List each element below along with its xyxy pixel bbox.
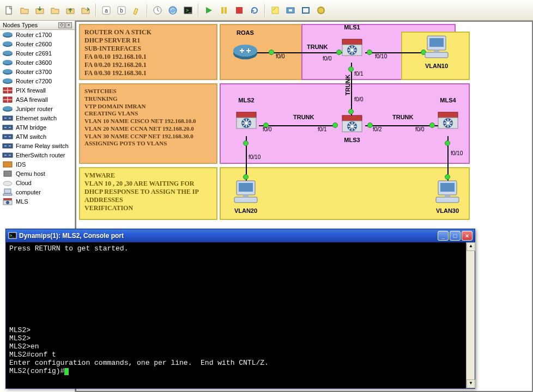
console-title-bar[interactable]: >_ Dynamips(1): MLS2, Console port _ □ × xyxy=(6,229,475,242)
svg-rect-9 xyxy=(221,7,223,14)
port-label: f0/1 xyxy=(354,71,364,77)
port-label: f0/2 xyxy=(373,126,382,132)
sidebar-title-text: Nodes Types xyxy=(3,22,38,28)
console-close-button[interactable]: × xyxy=(462,231,473,241)
node-item-router-c7200[interactable]: Router c7200 xyxy=(0,76,75,85)
link-endpoint xyxy=(269,50,274,55)
node-item-router-c1700[interactable]: Router c1700 xyxy=(0,30,75,39)
screenshot-button[interactable] xyxy=(283,3,298,17)
node-label: Frame Relay switch xyxy=(16,143,69,149)
svg-rect-15 xyxy=(302,8,309,13)
node-item-router-c3600[interactable]: Router c3600 xyxy=(0,58,75,67)
highlight-button[interactable] xyxy=(130,3,144,17)
svg-rect-52 xyxy=(342,39,362,45)
device-vlan20[interactable]: VLAN20 xyxy=(232,180,259,215)
node-item-atm-switch[interactable]: ATM switch xyxy=(0,132,75,141)
node-item-pix-firewall[interactable]: PIX firewall xyxy=(0,85,75,95)
sidebar-undock-button[interactable]: ◇ xyxy=(58,22,65,28)
device-vlan10[interactable]: VLAN10 xyxy=(423,35,450,70)
sidebar-close-button[interactable]: × xyxy=(65,22,72,28)
node-label: PIX firewall xyxy=(16,87,46,94)
device-mls3[interactable]: MLS3 xyxy=(339,108,365,144)
router-icon xyxy=(2,59,14,66)
node-label: EtherSwitch router xyxy=(16,152,65,158)
circle-tool-button[interactable] xyxy=(314,3,328,17)
node-label: Router c2691 xyxy=(16,50,52,57)
node-item-router-c3700[interactable]: Router c3700 xyxy=(0,67,75,76)
node-item-qemu-host[interactable]: Qemu host xyxy=(0,169,75,178)
new-file-button[interactable] xyxy=(2,3,16,17)
node-label: computer xyxy=(16,189,41,195)
reload-button[interactable] xyxy=(247,3,262,17)
folder-button[interactable] xyxy=(48,3,62,17)
svg-rect-58 xyxy=(434,50,439,52)
device-label: MLS4 xyxy=(435,97,461,103)
save-button[interactable] xyxy=(63,3,77,17)
node-item-asa-firewall[interactable]: ASA firewall xyxy=(0,95,75,104)
svg-rect-40 xyxy=(3,144,13,148)
device-mls2[interactable]: MLS2 xyxy=(233,97,259,132)
node-item-frame-relay-switch[interactable]: Frame Relay switch xyxy=(0,141,75,150)
console-maximize-button[interactable]: □ xyxy=(450,231,461,241)
console-scrollbar[interactable]: ▲ ▼ xyxy=(466,242,475,388)
svg-rect-12 xyxy=(272,7,278,14)
console-window[interactable]: >_ Dynamips(1): MLS2, Console port _ □ ×… xyxy=(5,229,475,389)
port-label: f0/10 xyxy=(375,53,387,59)
svg-text:b: b xyxy=(120,8,123,14)
note-tool-button[interactable] xyxy=(268,3,282,17)
node-item-ids[interactable]: IDS xyxy=(0,160,75,169)
switch-icon xyxy=(2,151,14,159)
clock-button[interactable] xyxy=(150,3,165,17)
snapshot-a-button[interactable]: a xyxy=(99,3,113,17)
import-button[interactable] xyxy=(33,3,47,17)
svg-rect-73 xyxy=(440,183,455,192)
device-roas[interactable]: ROAS xyxy=(232,29,258,64)
cloud-icon xyxy=(2,179,14,187)
node-item-computer[interactable]: computer xyxy=(0,187,75,197)
note-vmware: VMWAREVLAN 10 , 20 ,30 ARE WAITING FORDH… xyxy=(79,167,217,220)
device-label: VLAN30 xyxy=(434,207,461,214)
device-label: MLS1 xyxy=(339,24,365,30)
console-minimize-button[interactable]: _ xyxy=(438,231,449,241)
svg-rect-37 xyxy=(3,116,13,120)
svg-rect-0 xyxy=(6,7,11,14)
link-endpoint xyxy=(367,122,373,128)
node-item-router-c2600[interactable]: Router c2600 xyxy=(0,39,75,48)
port-label: f0/0 xyxy=(263,126,272,132)
node-item-atm-bridge[interactable]: ATM bridge xyxy=(0,122,75,132)
link-endpoint xyxy=(429,122,435,128)
pause-button[interactable] xyxy=(217,3,231,17)
node-item-etherswitch-router[interactable]: EtherSwitch router xyxy=(0,150,75,160)
rectangle-tool-button[interactable] xyxy=(299,3,313,17)
pc-icon xyxy=(232,180,259,205)
snapshot-b-button[interactable]: b xyxy=(114,3,129,17)
scroll-down-button[interactable]: ▼ xyxy=(467,379,475,388)
console-output[interactable]: Press RETURN to get started. MLS2> MLS2>… xyxy=(6,242,466,388)
open-button[interactable] xyxy=(17,3,32,17)
link-endpoint xyxy=(445,140,450,146)
node-label: ATM switch xyxy=(16,133,46,140)
play-button[interactable] xyxy=(202,3,216,17)
device-mls4[interactable]: MLS4 xyxy=(435,97,461,132)
svg-rect-56 xyxy=(429,38,444,47)
toolbar-separator xyxy=(264,4,265,17)
svg-point-6 xyxy=(169,7,177,14)
node-item-ethernet-switch[interactable]: Ethernet switch xyxy=(0,113,75,122)
pc-icon xyxy=(423,35,450,60)
node-item-mls[interactable]: MLS xyxy=(0,197,75,206)
network-refresh-button[interactable] xyxy=(166,3,180,17)
node-item-juniper-router[interactable]: Juniper router xyxy=(0,104,75,113)
link-endpoint xyxy=(367,50,372,55)
stop-button[interactable] xyxy=(232,3,246,17)
device-label: VLAN20 xyxy=(232,207,259,214)
node-item-cloud[interactable]: Cloud xyxy=(0,178,75,187)
device-mls1[interactable]: MLS1 xyxy=(339,24,365,59)
note-switches: SWITCHESTRUNKINGVTP DOMAIN IMRANCREATING… xyxy=(79,83,217,164)
svg-rect-69 xyxy=(239,183,253,192)
scroll-up-button[interactable]: ▲ xyxy=(467,242,475,251)
console-button[interactable]: >_ xyxy=(181,3,195,17)
svg-point-44 xyxy=(3,181,12,186)
device-vlan30[interactable]: VLAN30 xyxy=(434,180,461,215)
export-button[interactable] xyxy=(78,3,93,17)
node-item-router-c2691[interactable]: Router c2691 xyxy=(0,48,75,58)
